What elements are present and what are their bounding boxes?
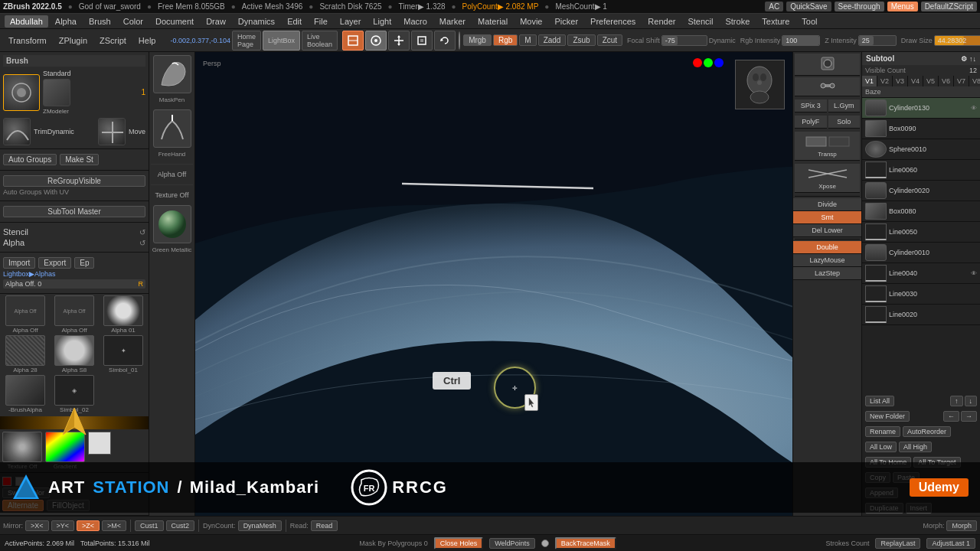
regroup-visible-btn[interactable]: ReGroupVisible [3,175,145,187]
tab-v3[interactable]: V3 [893,76,908,86]
menu-item-preferences[interactable]: Preferences [585,15,641,28]
menu-item-light[interactable]: Light [368,15,397,28]
rgb-btn[interactable]: Rgb [493,34,518,46]
menus-btn[interactable]: Menus [887,2,918,11]
tab-v6[interactable]: V6 [939,76,954,86]
menu-item-brush[interactable]: Brush [83,15,116,28]
alpha-label[interactable]: Alpha [3,238,24,247]
lazystep-btn[interactable]: LazStep [793,267,861,280]
sub-menu-zscript[interactable]: ZScript [94,34,132,47]
eye-icon-line40[interactable]: 👁 [971,270,977,277]
make-st-btn[interactable]: Make St [60,154,99,165]
draw-btn[interactable] [365,31,387,51]
brush-count[interactable]: 1 [141,88,145,96]
new-folder-btn[interactable]: New Folder [865,411,910,422]
m-btn[interactable]: M [519,34,536,46]
m-mirror-btn[interactable]: >M< [102,520,126,531]
subtool-item-line0060[interactable]: Line0060 [862,160,980,181]
all-high-btn[interactable]: All High [899,442,932,452]
subtool-item-cylinder0010[interactable]: Cylinder0010 [862,243,980,263]
edit-btn[interactable] [342,31,364,51]
menu-item-movie[interactable]: Movie [514,15,547,28]
subtool-item-box0090[interactable]: Box0090 [862,119,980,139]
tab-v4[interactable]: V4 [908,76,923,86]
move-btn[interactable] [388,31,410,51]
menu-item-stencil[interactable]: Stencil [682,15,718,28]
import-btn[interactable]: Import [3,257,35,269]
ac-badge[interactable]: AC [765,2,783,11]
rotate-btn[interactable] [434,31,456,51]
simbol-01-item[interactable]: ✦ Simbol_01 [100,335,147,373]
y-mirror-btn[interactable]: >Y< [51,520,75,531]
backtrace-mask-btn[interactable]: BackTraceMask [555,537,616,549]
z-mirror-btn[interactable]: >Z< [77,520,100,531]
menu-item-picker[interactable]: Picker [549,15,583,28]
eye-icon-cyl130[interactable]: 👁 [971,105,977,112]
stencil-label[interactable]: Stencil [3,227,28,236]
divide-btn[interactable]: Divide [793,198,861,211]
rgb-intensity-slider[interactable]: 100 [782,35,820,46]
rename-btn[interactable]: Rename [865,426,900,437]
standard-brush[interactable] [3,74,40,111]
zsub-btn[interactable]: Zsub [567,34,595,46]
menu-item-document[interactable]: Document [150,15,199,28]
arrow-down-btn[interactable]: ↓ [965,396,978,406]
alpha-off-item-1[interactable]: Alpha Off Alpha Off [2,295,49,334]
x-mirror-btn[interactable]: >X< [25,520,49,531]
tab-v1[interactable]: V1 [862,76,877,86]
scale-btn[interactable] [411,31,433,51]
subtool-master-btn[interactable]: SubTool Master [3,206,145,217]
r-badge[interactable]: R [139,280,144,288]
maskpen-icon[interactable] [153,55,191,93]
tab-v7[interactable]: V7 [954,76,969,86]
menu-item-draw[interactable]: Draw [201,15,231,28]
transp-btn[interactable]: Transp [795,132,860,161]
alpha-28-item[interactable]: Alpha 28 [2,335,49,373]
tab-v2[interactable]: V2 [877,76,893,86]
mrgb-btn[interactable]: Mrgb [463,34,492,46]
weld-radio[interactable] [541,540,549,547]
focal-shift-slider[interactable]: -75 [662,35,707,46]
subtool-item-line0030[interactable]: Line0030 [862,284,980,305]
tab-v8[interactable]: V8 [969,76,980,86]
auto-groups-btn[interactable]: Auto Groups [3,154,57,165]
sub-menu-transform[interactable]: Transform [3,34,52,47]
live-boolean-btn[interactable]: Live Boolean [302,31,338,51]
menu-item-file[interactable]: File [309,15,333,28]
arrow-up-btn[interactable]: ↑ [950,396,963,406]
menu-item-alpha[interactable]: Alpha [50,15,82,28]
menu-item-material[interactable]: Material [472,15,513,28]
preview-render[interactable] [0,416,149,429]
bpr-btn[interactable] [795,54,860,76]
move-brush[interactable] [98,118,126,145]
menu-item-edit[interactable]: Edit [282,15,307,28]
menu-item-marker[interactable]: Marker [434,15,471,28]
default-script[interactable]: DefaultZScript [921,2,977,11]
cust1-btn[interactable]: Cust1 [135,520,164,531]
neg-brush-item[interactable]: -BrushAlpha [2,375,49,413]
lightbox-alphas[interactable]: Lightbox▶Alphas [3,270,56,278]
morph-btn[interactable]: Morph [946,520,977,531]
alpha-refresh[interactable]: ↺ [139,239,145,247]
l-gym-btn[interactable] [795,77,860,96]
dyname-btn[interactable]: DynaMesh [238,520,282,531]
alpha-off-item-2[interactable]: Alpha Off Alpha Off [51,295,98,334]
cust2-btn[interactable]: Cust2 [166,520,195,531]
subtool-item-line0040[interactable]: Line0040 👁 [862,263,980,284]
replay-last-btn[interactable]: ReplayLast [875,538,920,549]
double-btn[interactable]: Double [793,241,861,254]
freehand-icon[interactable] [153,109,191,148]
sub-menu-help[interactable]: Help [133,34,162,47]
smt-btn[interactable]: Smt [793,211,861,224]
alpha-s8-item[interactable]: Alpha S8 [51,335,98,373]
subtool-item-cylinder0130[interactable]: Cylinder0130 👁 [862,98,980,119]
alpha-01-item[interactable]: Alpha 01 [100,295,147,334]
weld-points-btn[interactable]: WeldPoints [489,538,534,549]
menu-item-dynamics[interactable]: Dynamics [233,15,280,28]
green-metallic-icon[interactable] [153,205,191,243]
z-intensity-slider[interactable]: 25 [858,35,897,46]
zcut-btn[interactable]: Zcut [597,34,622,46]
texture-thumb[interactable] [2,432,42,462]
ep-btn[interactable]: Ep [74,257,94,269]
tab-v5[interactable]: V5 [923,76,939,86]
